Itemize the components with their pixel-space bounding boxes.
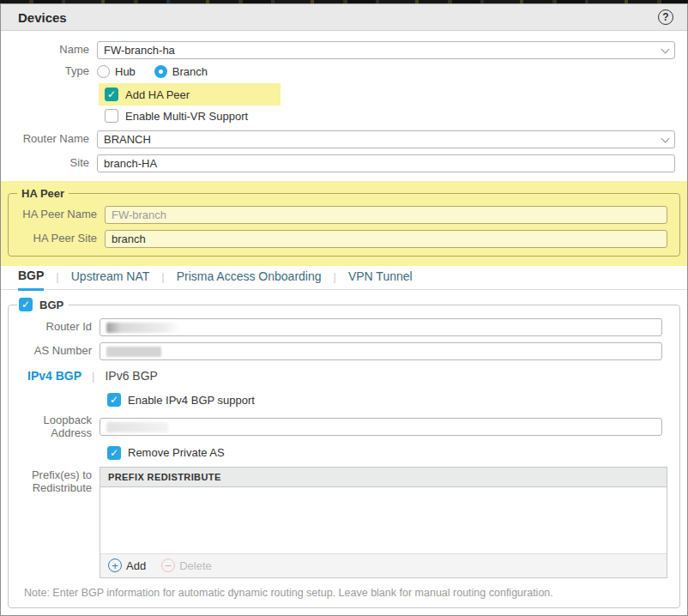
redacted-value bbox=[106, 422, 168, 432]
type-row: Type Hub Branch bbox=[1, 65, 675, 78]
remove-private-as-checkbox[interactable]: ✓ bbox=[107, 446, 121, 460]
redacted-value bbox=[106, 347, 161, 357]
subtab-ipv6-bgp[interactable]: IPv6 BGP bbox=[105, 369, 157, 383]
radio-icon-branch[interactable] bbox=[154, 65, 167, 78]
add-ha-peer-checkbox[interactable]: ✓ bbox=[105, 88, 118, 101]
ha-peer-legend: HA Peer bbox=[17, 187, 69, 200]
router-id-row: Router Id bbox=[9, 318, 662, 336]
tab-prisma-access-onboarding[interactable]: Prisma Access Onboarding bbox=[177, 269, 322, 289]
add-prefix-button[interactable]: + Add bbox=[108, 559, 146, 572]
prefix-redistribute-label: Prefix(es) to Redistribute bbox=[9, 467, 100, 578]
loopback-input[interactable] bbox=[100, 418, 662, 436]
check-icon: ✓ bbox=[110, 448, 118, 458]
tab-bar: BGP | Upstream NAT | Prisma Access Onboa… bbox=[1, 268, 687, 290]
ha-peer-name-input: FW-branch bbox=[105, 206, 667, 224]
tab-vpn-tunnel[interactable]: VPN Tunnel bbox=[348, 269, 413, 289]
devices-dialog: Devices ? Name FW-branch-ha Type Hub bbox=[0, 3, 688, 616]
remove-private-as-checkbox-row[interactable]: ✓ Remove Private AS bbox=[107, 446, 674, 460]
prefix-table-toolbar: + Add − Delete bbox=[100, 553, 667, 577]
site-value: branch-HA bbox=[104, 157, 157, 170]
site-input[interactable]: branch-HA bbox=[97, 154, 675, 172]
prefix-table-body[interactable] bbox=[100, 487, 667, 553]
check-icon: ✓ bbox=[107, 89, 116, 100]
ha-peer-site-row: HA Peer Site branch bbox=[9, 230, 667, 248]
subtab-ipv4-bgp[interactable]: IPv4 BGP bbox=[27, 369, 81, 383]
ha-peer-name-value: FW-branch bbox=[112, 208, 166, 221]
router-id-label: Router Id bbox=[9, 321, 100, 334]
minus-circle-icon: − bbox=[161, 559, 175, 572]
as-number-label: AS Number bbox=[9, 345, 100, 358]
enable-ipv4-label: Enable IPv4 BGP support bbox=[128, 394, 255, 407]
as-number-row: AS Number bbox=[9, 342, 662, 360]
bgp-fieldset: ✓ BGP Router Id AS Number bbox=[8, 298, 680, 608]
bgp-checkbox-row[interactable]: ✓ BGP bbox=[19, 298, 63, 311]
dialog-title: Devices bbox=[18, 10, 67, 25]
add-ha-peer-checkbox-row[interactable]: ✓ Add HA Peer bbox=[105, 88, 190, 101]
enable-ipv4-checkbox[interactable]: ✓ bbox=[107, 393, 121, 407]
ha-peer-fieldset: HA Peer HA Peer Name FW-branch HA Peer S… bbox=[8, 187, 680, 257]
type-label: Type bbox=[1, 65, 97, 78]
site-row: Site branch-HA bbox=[1, 154, 675, 172]
add-ha-peer-label: Add HA Peer bbox=[125, 88, 190, 101]
ha-peer-name-label: HA Peer Name bbox=[9, 208, 105, 221]
dialog-body: Name FW-branch-ha Type Hub Branch bbox=[1, 31, 687, 616]
radio-option-hub[interactable]: Hub bbox=[97, 65, 136, 78]
redacted-value bbox=[106, 323, 180, 333]
site-label: Site bbox=[1, 157, 97, 170]
tab-separator: | bbox=[56, 270, 58, 289]
radio-label-hub: Hub bbox=[115, 65, 136, 78]
subtab-separator: | bbox=[92, 370, 94, 383]
tab-separator: | bbox=[161, 270, 164, 289]
name-row: Name FW-branch-ha bbox=[1, 41, 675, 59]
ha-peer-site-value: branch bbox=[112, 233, 146, 245]
name-label: Name bbox=[1, 44, 97, 57]
prefix-table-header[interactable]: PREFIX REDISTRIBUTE bbox=[100, 468, 667, 487]
bgp-legend-label: BGP bbox=[39, 299, 63, 311]
ha-peer-site-label: HA Peer Site bbox=[9, 233, 105, 245]
tab-separator: | bbox=[334, 270, 336, 289]
delete-button-label: Delete bbox=[179, 559, 212, 572]
prefix-redistribute-block: Prefix(es) to Redistribute PREFIX REDIST… bbox=[9, 467, 667, 578]
check-icon: ✓ bbox=[110, 395, 118, 405]
type-radio-group: Hub Branch bbox=[97, 65, 208, 78]
loopback-row: Loopback Address bbox=[9, 414, 662, 440]
add-button-label: Add bbox=[126, 559, 146, 572]
radio-option-branch[interactable]: Branch bbox=[154, 65, 208, 78]
as-number-input[interactable] bbox=[100, 342, 662, 360]
check-icon: ✓ bbox=[21, 299, 30, 310]
add-ha-peer-highlight: ✓ Add HA Peer bbox=[99, 83, 281, 106]
help-icon[interactable]: ? bbox=[658, 9, 673, 25]
router-name-value: BRANCH bbox=[104, 133, 151, 146]
enable-ipv4-checkbox-row[interactable]: ✓ Enable IPv4 BGP support bbox=[107, 393, 674, 407]
router-name-label: Router Name bbox=[1, 133, 97, 146]
ha-peer-highlight-section: HA Peer HA Peer Name FW-branch HA Peer S… bbox=[1, 181, 687, 266]
plus-circle-icon: + bbox=[108, 559, 122, 572]
multi-vr-checkbox[interactable] bbox=[105, 109, 118, 123]
multi-vr-label: Enable Multi-VR Support bbox=[125, 110, 248, 123]
dialog-header: Devices ? bbox=[1, 4, 687, 31]
ha-peer-name-row: HA Peer Name FW-branch bbox=[9, 206, 667, 224]
delete-prefix-button[interactable]: − Delete bbox=[161, 559, 212, 572]
tab-upstream-nat[interactable]: Upstream NAT bbox=[71, 269, 150, 289]
router-name-row: Router Name BRANCH bbox=[1, 130, 675, 148]
router-name-select[interactable]: BRANCH bbox=[97, 130, 675, 148]
remove-private-as-label: Remove Private AS bbox=[128, 446, 225, 459]
bgp-note: Note: Enter BGP information for automati… bbox=[24, 587, 662, 599]
name-value: FW-branch-ha bbox=[104, 44, 175, 57]
ha-peer-site-input[interactable]: branch bbox=[105, 230, 667, 248]
bgp-checkbox[interactable]: ✓ bbox=[19, 298, 33, 311]
tab-bgp[interactable]: BGP bbox=[18, 269, 44, 291]
loopback-label: Loopback Address bbox=[9, 414, 100, 440]
prefix-table: PREFIX REDISTRIBUTE + Add − Delete bbox=[100, 467, 667, 578]
bgp-subtab-bar: IPv4 BGP | IPv6 BGP bbox=[27, 369, 674, 383]
bgp-legend: ✓ BGP bbox=[17, 298, 69, 311]
multi-vr-checkbox-row[interactable]: Enable Multi-VR Support bbox=[105, 109, 687, 123]
name-select[interactable]: FW-branch-ha bbox=[97, 41, 675, 59]
radio-icon-hub[interactable] bbox=[97, 65, 110, 78]
radio-label-branch: Branch bbox=[172, 65, 208, 78]
router-id-input[interactable] bbox=[100, 318, 662, 336]
